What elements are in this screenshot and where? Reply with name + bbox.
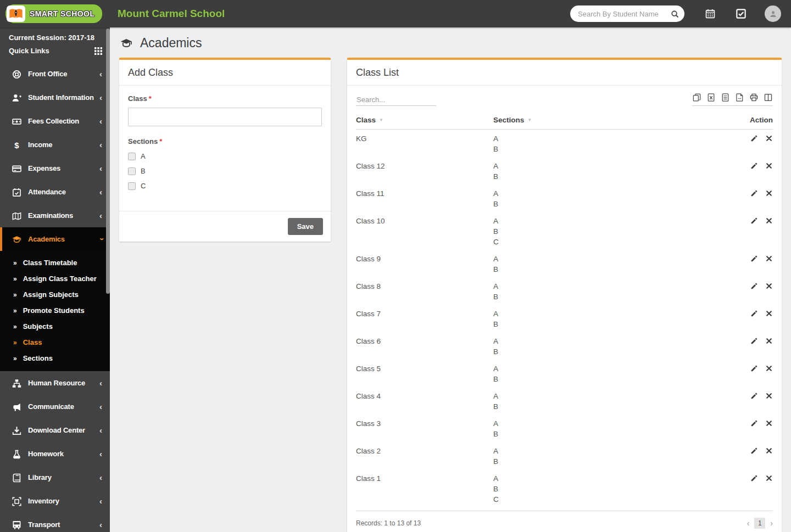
edit-icon[interactable]	[750, 365, 758, 372]
user-avatar[interactable]	[765, 5, 781, 22]
class-cell: Class 7	[356, 309, 493, 329]
sidebar-item-academics[interactable]: Academics‹	[0, 227, 110, 251]
edit-icon[interactable]	[750, 135, 758, 142]
sidebar-item-attendance[interactable]: Attendance‹	[0, 180, 110, 204]
row-actions	[723, 254, 773, 275]
column-visibility-icon[interactable]	[764, 93, 772, 102]
submenu-item-promote-students[interactable]: »Promote Students	[0, 303, 110, 318]
next-page-icon[interactable]: ›	[770, 519, 773, 528]
column-header-class[interactable]: Class▼	[356, 116, 493, 124]
tasks-check-icon[interactable]	[736, 9, 746, 19]
table-row: Class 7 AB	[356, 305, 773, 332]
app-logo[interactable]: SMART SCHOOL	[0, 4, 110, 23]
delete-icon[interactable]	[765, 447, 773, 455]
sidebar-item-communicate[interactable]: Communicate‹	[0, 395, 110, 418]
edit-icon[interactable]	[750, 310, 758, 317]
edit-icon[interactable]	[750, 217, 758, 225]
save-button[interactable]: Save	[288, 218, 323, 235]
sidebar-item-student-information[interactable]: Student Information‹	[0, 86, 110, 109]
edit-icon[interactable]	[750, 419, 758, 427]
calendar-icon[interactable]	[705, 9, 715, 19]
quick-links-row[interactable]: Quick Links	[9, 47, 102, 55]
row-actions	[723, 133, 773, 154]
sidebar-item-transport[interactable]: Transport‹	[0, 513, 110, 532]
submenu-item-label: Subjects	[23, 322, 53, 331]
sidebar-item-human-resource[interactable]: Human Resource‹	[0, 371, 110, 395]
class-list-card: Class List Class▼ S	[347, 58, 782, 532]
sections-field-label: Sections*	[128, 137, 322, 145]
row-actions	[723, 188, 773, 209]
edit-icon[interactable]	[750, 337, 758, 345]
submenu-item-assign-class-teacher[interactable]: »Assign Class Teacher	[0, 271, 110, 287]
sidebar-item-label: Human Resource	[28, 379, 99, 387]
page-number-button[interactable]: 1	[754, 518, 765, 529]
checkbox-a[interactable]	[128, 153, 136, 160]
row-actions	[723, 391, 773, 412]
sidebar-item-expenses[interactable]: Expenses‹	[0, 156, 110, 180]
edit-icon[interactable]	[750, 474, 758, 482]
submenu-item-class-timetable[interactable]: »Class Timetable	[0, 255, 110, 271]
section-line: A	[493, 418, 723, 429]
submenu-item-assign-subjects[interactable]: »Assign Subjects	[0, 287, 110, 303]
column-header-sections[interactable]: Sections▼	[493, 116, 723, 124]
delete-icon[interactable]	[765, 255, 773, 262]
checkbox-c[interactable]	[128, 182, 136, 190]
submenu-item-subjects[interactable]: »Subjects	[0, 318, 110, 334]
edit-icon[interactable]	[750, 255, 758, 262]
delete-icon[interactable]	[765, 474, 773, 482]
delete-icon[interactable]	[765, 310, 773, 317]
print-icon[interactable]	[750, 93, 758, 102]
edit-icon[interactable]	[750, 282, 758, 290]
quick-links-grid-icon[interactable]	[94, 47, 102, 55]
delete-icon[interactable]	[765, 217, 773, 225]
sidebar-item-income[interactable]: $ Income‹	[0, 133, 110, 156]
edit-icon[interactable]	[750, 162, 758, 170]
sidebar-item-download-center[interactable]: Download Center‹	[0, 418, 110, 442]
prev-page-icon[interactable]: ‹	[747, 519, 750, 528]
edit-icon[interactable]	[750, 392, 758, 400]
delete-icon[interactable]	[765, 337, 773, 345]
copy-export-icon[interactable]	[693, 93, 701, 102]
sidebar-scrollbar-thumb[interactable]	[106, 29, 110, 294]
delete-icon[interactable]	[765, 365, 773, 372]
delete-icon[interactable]	[765, 189, 773, 197]
student-information-icon	[12, 93, 21, 102]
section-line: A	[493, 254, 723, 264]
pdf-export-icon[interactable]	[736, 93, 744, 102]
sidebar-item-inventory[interactable]: Inventory‹	[0, 489, 110, 513]
sections-cell: AB	[493, 363, 723, 384]
sections-cell: AB	[493, 391, 723, 412]
section-checkbox-row-a[interactable]: A	[128, 152, 322, 160]
quick-links-label: Quick Links	[9, 47, 49, 55]
sidebar-scrollbar[interactable]	[106, 27, 110, 532]
delete-icon[interactable]	[765, 282, 773, 290]
edit-icon[interactable]	[750, 447, 758, 455]
class-list-search-input[interactable]	[356, 94, 436, 106]
export-toolbar	[692, 93, 773, 106]
sidebar-item-homework[interactable]: Homework‹	[0, 442, 110, 466]
checkbox-c-label: C	[141, 182, 146, 190]
section-checkbox-row-c[interactable]: C	[128, 182, 322, 190]
student-search-input[interactable]	[578, 10, 671, 18]
submenu-item-class[interactable]: »Class	[0, 334, 110, 350]
student-search-box	[570, 5, 684, 22]
delete-icon[interactable]	[765, 135, 773, 142]
sidebar-item-fees-collection[interactable]: Fees Collection‹	[0, 109, 110, 133]
sidebar-item-library[interactable]: Library‹	[0, 466, 110, 489]
delete-icon[interactable]	[765, 419, 773, 427]
edit-icon[interactable]	[750, 189, 758, 197]
delete-icon[interactable]	[765, 162, 773, 170]
sidebar-item-examinations[interactable]: Examinations‹	[0, 204, 110, 227]
submenu-item-sections[interactable]: »Sections	[0, 350, 110, 366]
checkbox-b[interactable]	[128, 167, 136, 175]
excel-export-icon[interactable]	[707, 93, 715, 102]
class-cell: Class 11	[356, 188, 493, 209]
delete-icon[interactable]	[765, 392, 773, 400]
search-icon[interactable]	[671, 10, 679, 18]
section-line: A	[493, 188, 723, 199]
section-checkbox-row-b[interactable]: B	[128, 167, 322, 175]
class-name-input[interactable]	[128, 108, 322, 126]
sections-cell: AB	[493, 446, 723, 467]
sidebar-item-front-office[interactable]: Front Office‹	[0, 62, 110, 86]
csv-export-icon[interactable]	[721, 93, 729, 102]
